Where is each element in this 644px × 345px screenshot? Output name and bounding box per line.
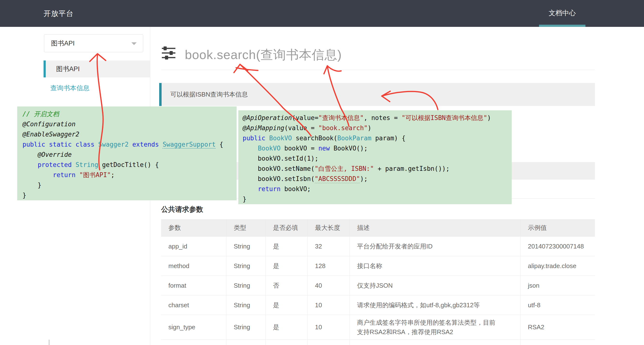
table-cell: 平台分配给开发者的应用ID [350, 236, 520, 256]
tab-doc-center[interactable]: 文档中心 [539, 0, 586, 27]
table-cell: method [161, 256, 226, 276]
table-row: formatString否40仅支持JSONjson [161, 276, 595, 296]
table-cell: 商户生成签名字符串所使用的签名算法类型，目前支持RSA2和RSA，推荐使用RSA… [350, 315, 520, 340]
table-cell [520, 340, 595, 345]
table-cell: RSA2 [520, 315, 595, 340]
table-header-row: 参数类型是否必填最大长度描述示例值 [161, 219, 595, 236]
table-row: sign_typeString是10商户生成签名字符串所使用的签名算法类型，目前… [161, 315, 595, 340]
table-cell [161, 340, 226, 345]
arrow-to-search-underline [236, 68, 258, 70]
code-line: bookVO.setName("白雪公主, ISBN:" + param.get… [243, 164, 512, 174]
section-title-common-params: 公共请求参数 [161, 205, 203, 214]
sidebar-link-query-book[interactable]: 查询书本信息 [50, 84, 90, 92]
table-cell: String [226, 256, 266, 276]
caret-down-icon [131, 42, 137, 45]
top-nav-bar: 开放平台 文档中心 [0, 0, 644, 27]
table-cell: 否 [266, 276, 308, 295]
table-cell: 请求使用的编码格式，如utf-8,gbk,gb2312等 [350, 296, 520, 315]
sidebar-item-label: 图书API [56, 60, 80, 78]
table-cell: format [161, 276, 226, 295]
table-header-cell: 描述 [350, 219, 520, 236]
table-cell: 接口名称 [350, 256, 520, 276]
table-cell: 10 [308, 315, 350, 340]
table-row: methodString是128接口名称alipay.trade.close [161, 256, 595, 276]
table-cell [308, 340, 350, 345]
table-row: charsetString是10请求使用的编码格式，如utf-8,gbk,gb2… [161, 296, 595, 315]
table-row: app_idString是32平台分配给开发者的应用ID201407230000… [161, 236, 595, 256]
active-item-bar [44, 60, 46, 78]
sidebar-scrollbar[interactable] [49, 340, 50, 345]
table-cell: String [226, 236, 266, 256]
table-header-cell: 参数 [161, 219, 226, 236]
table-cell: String [226, 315, 266, 340]
table-cell: String [226, 296, 266, 315]
controller-code-overlay: @ApiOperation(value="查询书本信息", notes = "可… [238, 110, 512, 204]
api-description-text: 可以根据ISBN查询书本信息 [170, 83, 248, 106]
code-line: protected String getDocTitle() { [22, 160, 236, 170]
common-params-table: 参数类型是否必填最大长度描述示例值app_idString是32平台分配给开发者… [161, 219, 595, 345]
brand-title[interactable]: 开放平台 [44, 0, 74, 27]
table-cell: 是 [266, 256, 308, 276]
sidebar-item-book-api[interactable]: 图书API [44, 60, 150, 78]
code-line: } [22, 190, 236, 200]
table-cell: 是 [266, 315, 308, 340]
table-cell: 2014072300007148 [520, 236, 595, 256]
table-cell: 是 [266, 236, 308, 256]
table-cell: json [520, 276, 595, 295]
table-cell: 是 [266, 296, 308, 315]
table-cell: charset [161, 296, 226, 315]
page-title: book.search(查询书本信息) [185, 46, 342, 64]
table-cell: utf-8 [520, 296, 595, 315]
table-cell: app_id [161, 236, 226, 256]
code-line: BookVO bookVO = new BookVO(); [243, 143, 512, 154]
table-cell [266, 340, 308, 345]
code-line: } [22, 180, 236, 190]
title-divider [161, 70, 595, 70]
sliders-icon [162, 46, 176, 60]
table-header-cell: 类型 [226, 219, 266, 236]
table-cell: 40 [308, 276, 350, 295]
table-cell: alipay.trade.close [520, 256, 595, 276]
swagger-config-code-overlay: // 开启文档@Configuration@EnableSwagger2publ… [17, 106, 236, 200]
code-line: bookVO.setIsbn("ABCSSSSDDD"); [243, 174, 512, 184]
code-line: @Override [22, 150, 236, 160]
code-line: @ApiOperation(value="查询书本信息", notes = "可… [243, 113, 512, 123]
code-line: @ApiMapping(value = "book.search") [243, 123, 512, 133]
table-cell: String [226, 276, 266, 295]
code-line: @Configuration [22, 119, 236, 129]
code-line: public BookVO searchBook(BookParam param… [243, 133, 512, 143]
code-line: return bookVO; [243, 184, 512, 194]
arrow-to-search-head [234, 64, 248, 72]
table-cell [350, 340, 520, 345]
table-cell: 32 [308, 236, 350, 256]
dropdown-selected-value: 图书API [51, 34, 75, 52]
code-line: @EnableSwagger2 [22, 129, 236, 139]
page: 开放平台 文档中心 图书API 图书API 查询书本信息 book.search… [0, 0, 644, 345]
table-cell: 仅支持JSON [350, 276, 520, 295]
table-cell: 10 [308, 296, 350, 315]
table-header-cell: 是否必填 [266, 219, 308, 236]
table-row-partial [161, 340, 595, 345]
table-cell: sign_type [161, 315, 226, 340]
api-description-box: 可以根据ISBN查询书本信息 [159, 83, 595, 106]
code-line: return "图书API"; [22, 170, 236, 180]
api-select-dropdown[interactable]: 图书API [44, 34, 143, 52]
table-header-cell: 最大长度 [308, 219, 350, 236]
active-tab-underline [539, 25, 586, 27]
code-line: // 开启文档 [22, 109, 236, 119]
table-header-cell: 示例值 [520, 219, 595, 236]
table-cell: 128 [308, 256, 350, 276]
table-cell [226, 340, 266, 345]
code-line: public static class Swagger2 extends Swa… [22, 139, 236, 150]
code-line: } [243, 194, 512, 204]
code-line: bookVO.setId(1); [243, 154, 512, 164]
